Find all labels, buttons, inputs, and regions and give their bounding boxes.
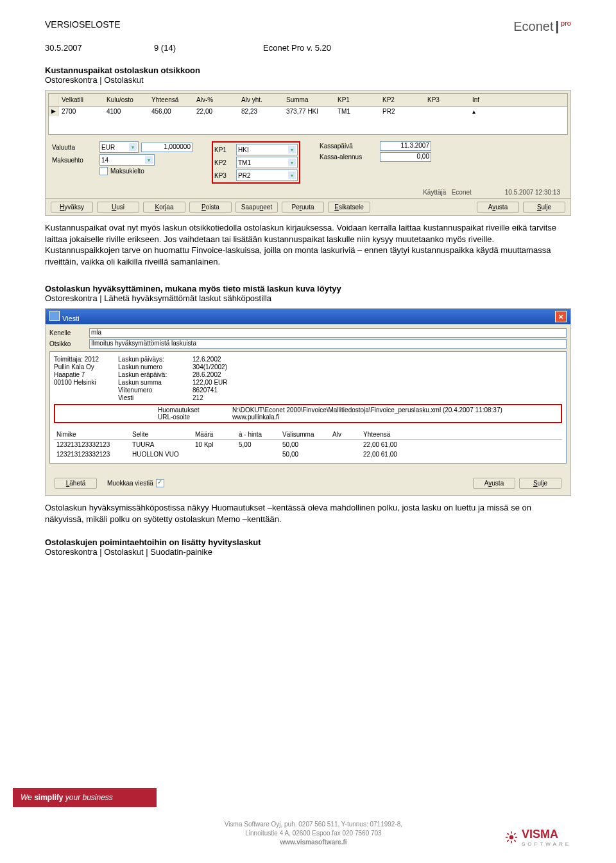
maksukielto-checkbox[interactable] (99, 167, 108, 175)
sulje-button-2[interactable]: Sulje (519, 478, 561, 489)
kurssi-input[interactable]: 1,000000 (141, 143, 193, 152)
kp1-select[interactable]: HKI▾ (236, 144, 298, 155)
kassaalennus-input[interactable]: 0,00 (380, 152, 431, 162)
svg-line-8 (514, 833, 516, 835)
kenelle-input[interactable]: mla (89, 328, 567, 338)
avusta-button[interactable]: Avusta (477, 202, 519, 213)
maksuehto-label: Maksuehto (52, 157, 97, 164)
timestamp: 10.5.2007 12:30:13 (501, 187, 564, 197)
poista-button[interactable]: Poista (189, 202, 232, 213)
laheta-button[interactable]: Lähetä (55, 478, 97, 489)
grid-header: Velkatili Kulu/osto Yhteensä Alv-% Alv y… (49, 94, 567, 107)
kp3-select[interactable]: PR2▾ (236, 170, 298, 181)
kassaalennus-label: Kassa-alennus (320, 153, 377, 161)
peruuta-button[interactable]: Peruuta (282, 202, 324, 213)
header-date: 30.5.2007 (45, 43, 154, 53)
footer-text: Visma Software Oyj, puh. 0207 560 511, Y… (122, 820, 505, 847)
econet-logo: Econet|pro (513, 19, 571, 34)
header-page: 9 (14) (154, 43, 263, 53)
close-icon[interactable]: ✕ (555, 311, 567, 322)
grid-row[interactable]: ▶ 2700 4100 456,00 22,00 82,23 373,77 HK… (49, 107, 567, 116)
kassapaiva-label: Kassapäivä (320, 143, 377, 150)
svg-line-6 (514, 840, 516, 842)
sun-icon (505, 831, 518, 844)
section1-title: Kustannuspaikat ostolaskun otsikkoon (45, 65, 571, 75)
screenshot-viesti: Viesti ✕ Kenellemla OtsikkoIlmoitus hyvä… (45, 308, 571, 496)
section2-title: Ostolaskun hyväksyttäminen, mukana myös … (45, 284, 571, 293)
huomautukset-highlight: HuomautuksetN:\DOKUT\Econet 2000\Finvoic… (54, 404, 562, 423)
strap-line: We simplify your business (13, 788, 157, 807)
header-product: Econet Pro v. 5.20 (263, 43, 331, 53)
muokkaa-label: Muokkaa viestiä (107, 480, 153, 487)
hyvaksy-button[interactable]: Hyväksy (51, 202, 93, 213)
muokkaa-checkbox[interactable]: ✓ (156, 479, 164, 487)
kassapaiva-input[interactable]: 11.3.2007 (380, 141, 431, 151)
section3-path: Ostoreskontra | Ostolaskut | Suodatin-pa… (45, 547, 571, 557)
screenshot-ostolasku: Velkatili Kulu/osto Yhteensä Alv-% Alv y… (45, 90, 571, 216)
kp2-select[interactable]: TM1▾ (236, 157, 298, 168)
section1-para: Kustannuspaikat ovat nyt myös laskun ots… (45, 222, 571, 267)
kenelle-label: Kenelle (49, 329, 85, 336)
uusi-button[interactable]: Uusi (97, 202, 139, 213)
korjaa-button[interactable]: Korjaa (143, 202, 185, 213)
table-row: 123213123332123TUURA10 Kpl5,0050,0022,00… (54, 440, 562, 449)
visma-logo: VISMA SOFTWARE (505, 828, 571, 847)
table-row: 123213123332123HUOLLON VUO50,0022,00 61,… (54, 449, 562, 459)
maksuehto-select[interactable]: 14▾ (99, 154, 155, 166)
maksukielto-label: Maksukielto (110, 168, 144, 175)
valuutta-select[interactable]: EUR▾ (99, 141, 139, 153)
svg-point-0 (509, 835, 514, 840)
svg-line-5 (507, 833, 509, 835)
window-title: Viesti (62, 315, 80, 322)
doc-title: VERSIOSELOSTE (45, 19, 120, 30)
esikatsele-button[interactable]: Esikatsele (328, 202, 370, 213)
svg-line-7 (507, 840, 509, 842)
kp-highlight: KP1HKI▾ KP2TM1▾ KP3PR2▾ (212, 141, 300, 184)
section2-path: Ostoreskontra | Lähetä hyväksymättömät l… (45, 293, 571, 303)
message-body[interactable]: Toimittaja: 2012 Pullin Kala Oy Haapatie… (49, 351, 567, 464)
avusta-button-2[interactable]: Avusta (473, 478, 515, 489)
otsikko-label: Otsikko (49, 340, 85, 347)
window-icon (49, 311, 60, 321)
saapuneet-button[interactable]: Saapuneet (235, 202, 278, 213)
section3-title: Ostolaskujen poimintaehtoihin on lisätty… (45, 537, 571, 547)
otsikko-input[interactable]: Ilmoitus hyväksymättömistä laskuista (89, 339, 567, 349)
valuutta-label: Valuutta (52, 144, 97, 151)
sulje-button[interactable]: Sulje (523, 202, 565, 213)
section2-para: Ostolaskun hyväksymissähköpostissa näkyy… (45, 502, 571, 525)
section1-path: Ostoreskontra | Ostolaskut (45, 75, 571, 85)
